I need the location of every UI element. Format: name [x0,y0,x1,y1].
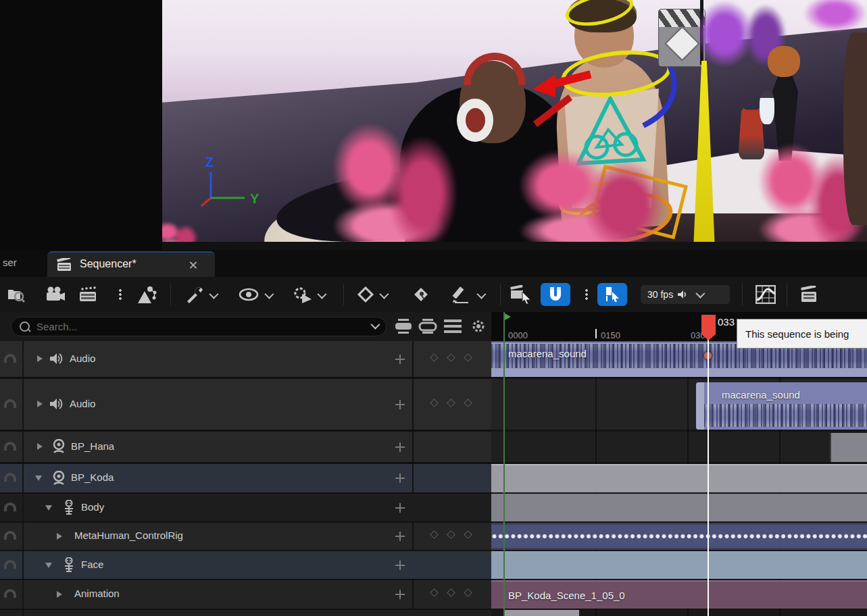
collapse-icon[interactable] [35,476,42,481]
render-movie-button[interactable] [76,284,100,305]
expand-tracks-button[interactable] [418,318,438,334]
playback-start-line[interactable] [503,312,505,616]
keyframe-options-button[interactable] [354,284,377,305]
row-gutter [0,432,24,462]
actor-sequence-button[interactable] [135,284,159,305]
snap-magnet-button[interactable] [541,283,570,306]
track-row-bp-koda[interactable]: BP_Koda [0,464,491,492]
chevron-down-icon[interactable] [317,290,326,299]
view-options-eye-button[interactable] [237,284,261,305]
plus-icon[interactable] [395,442,405,452]
audio-clip-2[interactable]: macarena_sound [696,382,867,430]
key-next-icon[interactable] [464,353,472,362]
key-prev-icon[interactable] [430,353,439,362]
track-row-partial[interactable] [0,610,491,616]
unreal-editor-window: Z Y ser Sequencer* [0,0,867,616]
search-box[interactable] [11,317,387,336]
chevron-down-icon[interactable] [209,290,218,299]
search-input[interactable] [35,320,366,333]
expand-icon[interactable] [37,443,43,450]
rig-arrow-red[interactable] [526,59,607,127]
marker-pen-button[interactable] [449,284,472,305]
create-camera-button[interactable] [43,284,68,305]
character-suit-head [768,46,800,77]
plus-icon[interactable] [395,503,405,513]
key-add-icon[interactable] [447,530,455,539]
browse-asset-button[interactable] [5,284,27,305]
plus-icon[interactable] [395,473,405,483]
track-list-button[interactable] [443,318,462,334]
headphone-icon[interactable] [4,589,16,598]
face-section-bar[interactable] [491,551,867,579]
headphone-icon[interactable] [4,442,16,451]
plus-icon[interactable] [395,590,405,599]
snap-options-ellipsis[interactable] [581,284,592,305]
track-row-audio-2[interactable]: Audio [0,379,491,430]
chevron-down-icon[interactable] [379,290,389,299]
headphone-icon[interactable] [4,473,16,482]
auto-key-button[interactable] [410,284,432,305]
chevron-down-icon[interactable] [476,290,486,299]
track-row-controlrig[interactable]: MetaHuman_ControlRig [0,523,491,550]
row-gutter [0,341,24,377]
track-row-audio-1[interactable]: Audio [0,341,491,377]
headphone-icon[interactable] [4,399,16,408]
controlrig-keyframe-bar[interactable] [491,523,867,550]
track-row-face[interactable]: Face [0,551,491,579]
track-row-body[interactable]: Body [0,494,491,521]
plus-icon[interactable] [395,355,405,364]
bp-hana-clip[interactable] [830,433,867,462]
edit-mode-slate-button[interactable] [508,284,534,305]
key-next-icon[interactable] [464,399,472,407]
body-section-bar[interactable] [491,494,867,521]
expand-icon[interactable] [57,591,62,598]
viewport-3d[interactable]: Z Y [162,0,867,250]
headphone-icon[interactable] [4,503,16,511]
rig-curve-blue[interactable] [627,55,678,130]
partial-bottom-clip[interactable] [503,610,579,616]
tab-sequencer[interactable]: Sequencer* [47,251,215,277]
headphone-icon[interactable] [4,560,16,569]
fps-selector[interactable]: 30 fps [641,285,730,304]
expand-icon[interactable] [37,355,43,362]
key-next-icon[interactable] [464,588,472,597]
chevron-down-icon[interactable] [264,290,274,299]
mark-frame-button[interactable] [597,283,627,306]
tools-wrench-button[interactable] [184,284,207,305]
clip-left-handle[interactable] [696,382,704,430]
expand-icon[interactable] [37,401,43,407]
close-icon[interactable] [189,261,198,270]
plus-icon[interactable] [395,561,405,570]
key-next-icon[interactable] [464,530,472,539]
bp-koda-section-bar[interactable] [491,464,867,492]
key-add-icon[interactable] [447,588,455,597]
curve-editor-button[interactable] [753,284,778,305]
plus-icon[interactable] [395,532,405,541]
key-prev-icon[interactable] [430,399,439,407]
timeline-clip-area[interactable]: macarena_sound macarena_sound BP_Koda_Sc… [491,341,867,616]
track-row-bp-hana[interactable]: BP_Hana [0,432,491,462]
key-prev-icon[interactable] [430,588,439,597]
gear-icon[interactable] [469,318,488,334]
key-prev-icon[interactable] [430,530,439,539]
headphone-icon[interactable] [4,531,16,540]
render-options-ellipsis[interactable] [115,284,126,305]
playback-start-flag[interactable] [505,313,511,320]
tab-partial-label[interactable]: ser [3,257,17,268]
playhead-line[interactable] [708,338,709,616]
key-add-icon[interactable] [447,399,455,407]
collapse-tracks-button[interactable] [394,318,413,334]
track-row-animation[interactable]: Animation [0,580,491,609]
animation-clip[interactable]: BP_Koda_Scene_1_05_0 [491,580,867,609]
chevron-down-icon[interactable] [370,319,380,329]
headphone-icon[interactable] [4,354,16,363]
plus-icon[interactable] [395,400,405,409]
key-add-icon[interactable] [447,353,455,362]
waveform [704,404,867,427]
ruler-tick-0000: 0000 [508,330,528,340]
collapse-icon[interactable] [45,505,52,511]
playback-options-button[interactable] [291,284,315,305]
shots-breadcrumb-button[interactable] [797,284,824,305]
collapse-icon[interactable] [45,563,52,568]
expand-icon[interactable] [57,533,62,540]
